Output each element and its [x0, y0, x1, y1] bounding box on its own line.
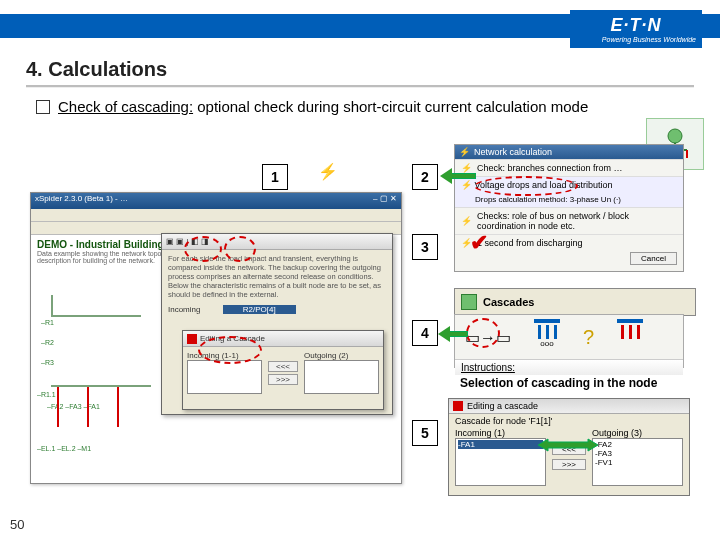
move-right-btn[interactable]: >>>: [268, 374, 298, 385]
calc-row-4-text: 1 second from discharging: [477, 238, 583, 248]
arrow-step2: [440, 170, 476, 180]
popup-row: Incoming R2/PO[4]: [162, 303, 392, 316]
step-5-badge: 5: [412, 420, 438, 446]
main-menubar: [31, 209, 401, 222]
brand-tagline: Powering Business Worldwide: [576, 36, 696, 43]
brand-logo: E·T·N Powering Business Worldwide: [570, 10, 702, 48]
node-ref: R2/PO[4]: [223, 305, 296, 314]
svg-point-0: [668, 129, 682, 143]
calc-cancel-btn[interactable]: Cancel: [630, 252, 677, 265]
ec-out-1[interactable]: -FA2: [595, 440, 680, 449]
brand-text: E·T·N: [610, 15, 661, 36]
ec-in-list[interactable]: -FA1: [455, 438, 546, 486]
circle-marker-4: [466, 318, 500, 348]
calc-panel: ⚡ Network calculation ⚡ Check: branches …: [454, 144, 684, 272]
node-icon-blue[interactable]: ooo: [529, 319, 565, 355]
ec-out-2[interactable]: -FA3: [595, 449, 680, 458]
step-4-badge: 4: [412, 320, 438, 346]
calc-panel-title: Network calculation: [474, 147, 552, 157]
bullet-box-icon: [36, 100, 50, 114]
ec-incoming-label: Incoming (1): [455, 428, 546, 438]
red-square-icon: [187, 334, 197, 344]
calc-row-3[interactable]: ⚡ Checks: role of bus on network / block…: [455, 207, 683, 234]
bolt-small-icon: ⚡: [459, 147, 470, 157]
instructions-label: Instructions:: [455, 359, 683, 375]
page-number: 50: [10, 517, 24, 532]
calc-panel-header: ⚡ Network calculation: [455, 145, 683, 159]
move-left-btn[interactable]: <<<: [268, 361, 298, 372]
red-square-icon-2: [453, 401, 463, 411]
slide-header: E·T·N Powering Business Worldwide: [0, 0, 720, 50]
node-icon-red: [612, 319, 648, 355]
step-2-badge: 2: [412, 164, 438, 190]
nested-in-list: [187, 360, 262, 394]
checkmark-icon: ✔: [470, 230, 488, 256]
main-window-title: xSpider 2.3.0 (Beta 1) - …: [35, 194, 128, 208]
window-controls-icon: – ▢ ✕: [373, 194, 397, 208]
ec-out-list[interactable]: -FA2 -FA3 -FV1: [592, 438, 683, 486]
cascades-icon: [461, 294, 477, 310]
title-area: 4. Calculations: [0, 50, 720, 87]
edit-cascade-title: Editing a cascade: [467, 401, 538, 411]
arrow-step4: [438, 328, 468, 338]
edit-cascade-subtitle: Cascade for node 'F1[1]': [449, 414, 689, 428]
bullet-text: Check of cascading: optional check durin…: [58, 97, 588, 117]
calc-row-4[interactable]: ⚡ 1 second from discharging: [455, 234, 683, 251]
svg-marker-6: [538, 439, 598, 451]
step-1-badge: 1: [262, 164, 288, 190]
ec-move-right[interactable]: >>>: [552, 459, 586, 470]
step-3-badge: 3: [412, 234, 438, 260]
cascades-toolbar: Cascades: [454, 288, 696, 316]
ec-out-3[interactable]: -FV1: [595, 458, 680, 467]
bullet-lead: Check of cascading:: [58, 98, 193, 115]
calc-row-2b-text: Drops calculation method: 3-phase Un (·): [461, 195, 621, 204]
cascades-label: Cascades: [483, 296, 534, 308]
main-titlebar: xSpider 2.3.0 (Beta 1) - … – ▢ ✕: [31, 193, 401, 209]
page-title: 4. Calculations: [26, 58, 694, 81]
bullet-rest: optional check during short-circuit curr…: [193, 98, 588, 115]
edit-cascade-titlebar: Editing a cascade: [449, 399, 689, 414]
nested-out-list: [304, 360, 379, 394]
bolt-icon: ⚡: [318, 162, 338, 181]
incoming-label: Incoming: [168, 305, 200, 314]
double-arrow: [538, 438, 598, 452]
nested-outgoing-label: Outgoing (2): [304, 351, 379, 360]
calc-row-1-text: Check: branches connection from …: [477, 163, 623, 173]
selection-caption: Selection of cascading in the node: [460, 376, 657, 390]
circle-marker-1a: [184, 236, 222, 262]
circle-marker-2: [474, 176, 578, 196]
calc-row-3-text: Checks: role of bus on network / block c…: [477, 211, 677, 231]
calc-row-1[interactable]: ⚡ Check: branches connection from …: [455, 159, 683, 176]
circle-marker-1b: [224, 236, 256, 262]
ec-outgoing-label: Outgoing (3): [592, 428, 683, 438]
network-diagram: –R1 –R2 –R3 –R1.1 –FA2 –FA3 –FA1 –EL.1 –…: [41, 295, 161, 465]
circle-marker-mid: [198, 336, 262, 364]
help-icon[interactable]: ?: [583, 326, 594, 349]
content-area: Check of cascading: optional check durin…: [0, 87, 720, 117]
bullet-row: Check of cascading: optional check durin…: [36, 97, 692, 117]
ec-in-item[interactable]: -FA1: [458, 440, 543, 449]
bolt-row-icon-3: ⚡: [461, 216, 472, 226]
